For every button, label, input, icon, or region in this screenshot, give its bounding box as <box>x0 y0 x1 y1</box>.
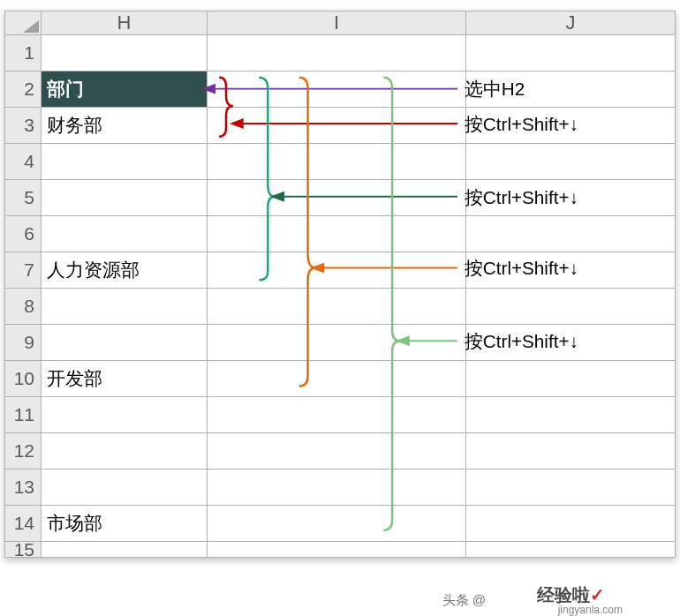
watermark-check-icon: ✓ <box>590 585 605 605</box>
cell-h3[interactable]: 财务部 <box>42 108 208 144</box>
watermark-brand-text: 经验啦 <box>537 585 590 605</box>
row-header-15[interactable]: 15 <box>4 542 42 558</box>
cell-i14[interactable] <box>208 506 466 542</box>
row-10: 10 开发部 <box>4 361 676 397</box>
row-12: 12 <box>4 433 676 470</box>
watermark-url: jingyanla.com <box>558 604 623 616</box>
row-header-6[interactable]: 6 <box>4 216 42 252</box>
row-header-9[interactable]: 9 <box>4 325 42 361</box>
cell-j5[interactable] <box>466 180 676 216</box>
cell-i11[interactable] <box>208 397 466 433</box>
row-14: 14 市场部 <box>4 506 676 542</box>
row-5: 5 <box>4 180 676 216</box>
row-header-14[interactable]: 14 <box>4 506 42 542</box>
select-all-corner[interactable] <box>4 11 42 35</box>
row-header-1[interactable]: 1 <box>4 35 42 71</box>
row-header-3[interactable]: 3 <box>4 108 42 144</box>
cell-h7[interactable]: 人力资源部 <box>42 252 208 289</box>
row-13: 13 <box>4 470 676 506</box>
cell-h13[interactable] <box>42 470 208 506</box>
cell-i1[interactable] <box>208 35 466 71</box>
cell-i5[interactable] <box>208 180 466 216</box>
row-4: 4 <box>4 144 676 180</box>
cell-j8[interactable] <box>466 289 676 325</box>
cell-h14[interactable]: 市场部 <box>42 506 208 542</box>
col-header-h[interactable]: H <box>42 11 208 35</box>
row-header-10[interactable]: 10 <box>4 361 42 397</box>
cell-h2[interactable]: 部门 <box>42 71 208 108</box>
cell-i8[interactable] <box>208 289 466 325</box>
watermark-source: 头条 @ <box>442 592 486 609</box>
row-header-8[interactable]: 8 <box>4 289 42 325</box>
cell-h6[interactable] <box>42 216 208 252</box>
row-header-5[interactable]: 5 <box>4 180 42 216</box>
row-header-4[interactable]: 4 <box>4 144 42 180</box>
cell-j13[interactable] <box>466 470 676 506</box>
cell-j7[interactable] <box>466 252 676 289</box>
cell-i13[interactable] <box>208 470 466 506</box>
cell-j15[interactable] <box>466 542 676 558</box>
row-header-2[interactable]: 2 <box>4 71 42 108</box>
row-9: 9 <box>4 325 676 361</box>
col-header-i[interactable]: I <box>208 11 466 35</box>
cell-h1[interactable] <box>42 35 208 71</box>
cell-j11[interactable] <box>466 397 676 433</box>
row-7: 7 人力资源部 <box>4 252 676 289</box>
cell-i9[interactable] <box>208 325 466 361</box>
cell-j1[interactable] <box>466 35 676 71</box>
cell-h4[interactable] <box>42 144 208 180</box>
row-header-7[interactable]: 7 <box>4 252 42 289</box>
row-8: 8 <box>4 289 676 325</box>
cell-i6[interactable] <box>208 216 466 252</box>
cell-h10[interactable]: 开发部 <box>42 361 208 397</box>
row-15: 15 <box>4 542 676 558</box>
cell-h8[interactable] <box>42 289 208 325</box>
row-2: 2 部门 <box>4 71 676 108</box>
header-row: H I J <box>4 11 676 35</box>
row-3: 3 财务部 <box>4 108 676 144</box>
cell-j14[interactable] <box>466 506 676 542</box>
cell-i15[interactable] <box>208 542 466 558</box>
spreadsheet[interactable]: H I J 1 2 部门 3 财务部 4 5 6 7 人力 <box>4 11 676 558</box>
cell-i7[interactable] <box>208 252 466 289</box>
cell-i3[interactable] <box>208 108 466 144</box>
row-header-11[interactable]: 11 <box>4 397 42 433</box>
cell-i10[interactable] <box>208 361 466 397</box>
cell-j3[interactable] <box>466 108 676 144</box>
cell-i2[interactable] <box>208 71 466 108</box>
cell-j9[interactable] <box>466 325 676 361</box>
row-1: 1 <box>4 35 676 71</box>
cell-h15[interactable] <box>42 542 208 558</box>
cell-i12[interactable] <box>208 433 466 470</box>
cell-h5[interactable] <box>42 180 208 216</box>
cell-i4[interactable] <box>208 144 466 180</box>
cell-j4[interactable] <box>466 144 676 180</box>
cell-j6[interactable] <box>466 216 676 252</box>
cell-j2[interactable] <box>466 71 676 108</box>
cell-h9[interactable] <box>42 325 208 361</box>
cell-h11[interactable] <box>42 397 208 433</box>
cell-j12[interactable] <box>466 433 676 470</box>
cell-h12[interactable] <box>42 433 208 470</box>
row-11: 11 <box>4 397 676 433</box>
row-header-13[interactable]: 13 <box>4 470 42 506</box>
row-6: 6 <box>4 216 676 252</box>
row-header-12[interactable]: 12 <box>4 433 42 470</box>
cell-j10[interactable] <box>466 361 676 397</box>
col-header-j[interactable]: J <box>466 11 676 35</box>
